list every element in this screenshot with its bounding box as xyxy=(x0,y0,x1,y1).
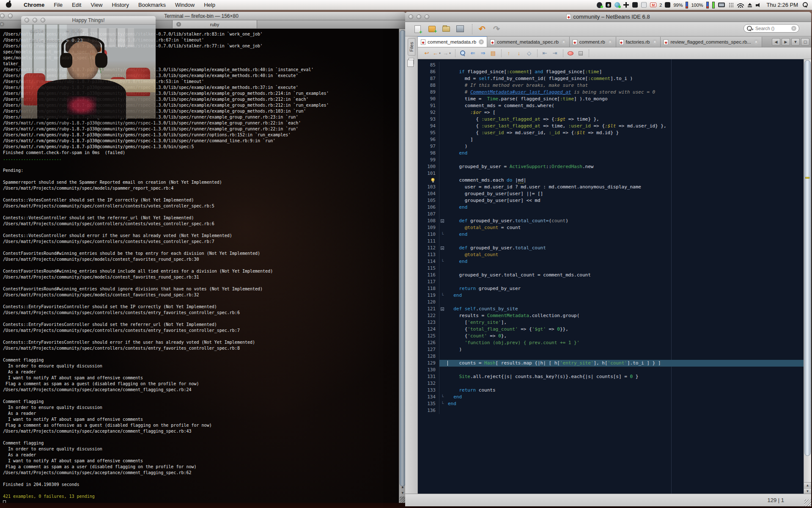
fold-column[interactable] xyxy=(439,163,446,170)
netbeans-titlebar[interactable]: community – NetBeans IDE 6.8 xyxy=(405,12,811,22)
fold-column[interactable]: └ xyxy=(439,231,446,238)
fold-column[interactable] xyxy=(439,272,446,279)
stop-macro-icon[interactable] xyxy=(576,49,585,58)
menu-item-bookmarks[interactable]: Bookmarks xyxy=(134,0,170,10)
scroll-tabs-right-icon[interactable]: ▶ xyxy=(782,38,790,46)
tab-close-icon[interactable]: × xyxy=(176,22,181,27)
spaces-icon[interactable] xyxy=(728,0,734,10)
search-box[interactable]: ▼ × xyxy=(743,24,799,33)
find-next-icon[interactable]: ⇒ xyxy=(478,49,488,58)
fold-column[interactable] xyxy=(439,265,446,272)
fold-column[interactable] xyxy=(439,353,446,360)
fold-column[interactable] xyxy=(439,170,446,177)
eject-icon[interactable] xyxy=(747,0,752,10)
terminal-scrollbar-thumb[interactable] xyxy=(400,30,406,486)
maximize-editor-icon[interactable]: ▢ xyxy=(801,38,809,46)
fold-column[interactable]: └ xyxy=(439,400,446,407)
new-file-icon[interactable] xyxy=(411,23,424,35)
editor-scrollbar-thumb[interactable] xyxy=(804,60,811,456)
menu-item-window[interactable]: Window xyxy=(170,0,199,10)
move-tool-icon[interactable] xyxy=(623,0,629,10)
editor-tab-review-flagged-comments-spec-rb-[interactable]: review_flagged_comments_spec.rb...× xyxy=(661,37,762,47)
new-project-icon[interactable] xyxy=(425,23,438,35)
fold-column[interactable] xyxy=(439,177,446,184)
istat-bar-1[interactable] xyxy=(686,0,688,10)
tab-close-icon[interactable]: × xyxy=(652,39,657,44)
shift-left-icon[interactable]: ⇤ xyxy=(540,49,549,58)
globe-sync-icon[interactable] xyxy=(614,0,620,10)
fold-column[interactable] xyxy=(439,360,446,367)
adium-icon[interactable] xyxy=(597,0,602,10)
fold-column[interactable] xyxy=(439,69,446,75)
netbeans-resize-grip[interactable] xyxy=(804,500,811,506)
menu-item-view[interactable]: View xyxy=(86,0,107,10)
fold-column[interactable] xyxy=(439,211,446,218)
fold-column[interactable] xyxy=(439,62,446,69)
fold-column[interactable] xyxy=(439,340,446,346)
fold-column[interactable] xyxy=(439,299,446,306)
tab-close-icon[interactable]: × xyxy=(0,22,4,27)
fold-column[interactable] xyxy=(439,346,446,353)
fold-column[interactable] xyxy=(439,82,446,89)
editor-tab-comment-metadata-spec-rb[interactable]: comment_metadata_spec.rb× xyxy=(487,37,570,47)
search-input[interactable] xyxy=(755,26,791,31)
toggle-highlight-icon[interactable]: ▤ xyxy=(488,49,498,58)
fold-column[interactable] xyxy=(439,218,446,224)
terminal-tab-ruby[interactable]: × ruby xyxy=(173,20,257,28)
tab-close-icon[interactable]: × xyxy=(561,39,566,44)
previous-bookmark-icon[interactable]: ↑ xyxy=(504,49,513,58)
find-selection-icon[interactable] xyxy=(458,49,467,58)
fold-column[interactable] xyxy=(439,109,446,116)
sidebar-tab-files[interactable]: Files xyxy=(408,38,415,55)
fold-column[interactable] xyxy=(439,184,446,190)
tab-close-icon[interactable]: × xyxy=(608,39,613,44)
fold-column[interactable] xyxy=(439,333,446,340)
fold-column[interactable] xyxy=(439,123,446,130)
menu-item-edit[interactable]: Edit xyxy=(67,0,86,10)
menu-item-chrome[interactable]: Chrome xyxy=(19,0,49,10)
menu-item-file[interactable]: File xyxy=(49,0,67,10)
calendar-icon[interactable] xyxy=(641,0,647,10)
fold-column[interactable] xyxy=(439,373,446,380)
shift-right-icon[interactable]: ⇥ xyxy=(550,49,560,58)
search-clear-icon[interactable]: × xyxy=(791,26,796,31)
menu-item-history[interactable]: History xyxy=(107,0,133,10)
tab-close-icon[interactable]: × xyxy=(754,39,759,44)
editor-tab-comment-metadata-rb[interactable]: comment_metadata.rb× xyxy=(418,36,487,47)
menu-item-help[interactable]: Help xyxy=(199,0,220,10)
editor-scrollbar[interactable]: ▲ ▼ xyxy=(804,59,811,494)
scroll-tabs-left-icon[interactable]: ◀ xyxy=(772,38,780,46)
undo-icon[interactable]: ↶ xyxy=(476,23,488,35)
forward-icon[interactable]: →▼ xyxy=(442,49,452,58)
record-macro-icon[interactable] xyxy=(566,49,575,58)
battery-percent-1[interactable]: 99% xyxy=(673,3,683,8)
fold-column[interactable] xyxy=(439,380,446,387)
battery-percent-2[interactable]: 100% xyxy=(691,3,703,8)
fold-column[interactable] xyxy=(439,190,446,197)
menu-clock[interactable]: Thu 2:26 PM xyxy=(767,2,798,8)
app-dark-icon-2[interactable] xyxy=(665,0,670,10)
back-icon[interactable]: ←▼ xyxy=(432,49,442,58)
apple-menu-icon[interactable] xyxy=(6,2,11,8)
fold-column[interactable] xyxy=(439,204,446,211)
fold-column[interactable] xyxy=(439,387,446,394)
fold-column[interactable] xyxy=(439,197,446,204)
fold-column[interactable] xyxy=(439,312,446,319)
fold-column[interactable] xyxy=(439,157,446,163)
toggle-bookmark-icon[interactable]: ◇ xyxy=(524,49,534,58)
display-icon[interactable] xyxy=(718,0,725,10)
fold-column[interactable] xyxy=(439,279,446,285)
tab-list-chevron-icon[interactable]: ▼ xyxy=(791,38,800,46)
editor-tab-factories-rb[interactable]: factories.rb× xyxy=(616,37,661,47)
scroll-down-icon[interactable]: ▼ xyxy=(804,488,811,494)
gmail-unread-count[interactable]: 2 xyxy=(659,3,662,8)
scroll-up-icon[interactable]: ▲ xyxy=(804,482,811,488)
fold-column[interactable] xyxy=(439,238,446,245)
app-dark-icon[interactable] xyxy=(632,0,638,10)
fold-column[interactable] xyxy=(439,407,446,414)
gmail-icon[interactable]: M xyxy=(650,0,656,10)
next-bookmark-icon[interactable]: ↓ xyxy=(514,49,524,58)
warning-bulb-icon[interactable] xyxy=(431,178,435,182)
fold-column[interactable] xyxy=(439,143,446,150)
fold-column[interactable] xyxy=(439,245,446,251)
